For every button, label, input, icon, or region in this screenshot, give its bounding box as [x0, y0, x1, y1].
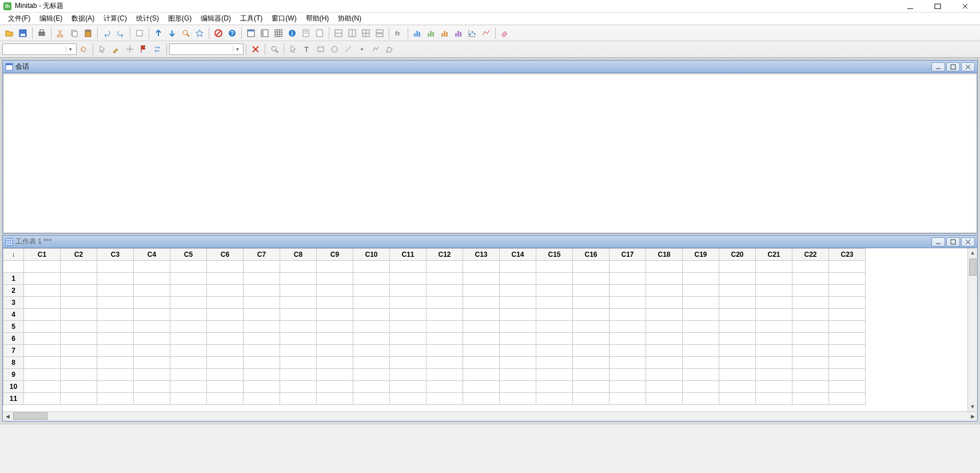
column-name-cell[interactable]	[317, 261, 353, 273]
column-name-cell[interactable]	[829, 261, 866, 273]
combo-1[interactable]: ▾	[2, 43, 77, 55]
column-header[interactable]: C17	[609, 249, 646, 261]
data-cell[interactable]	[24, 393, 61, 405]
data-cell[interactable]	[170, 357, 207, 369]
data-cell[interactable]	[646, 309, 683, 321]
data-cell[interactable]	[646, 357, 683, 369]
data-cell[interactable]	[317, 309, 353, 321]
data-cell[interactable]	[207, 285, 244, 297]
project-manager-icon[interactable]	[258, 27, 271, 39]
data-cell[interactable]	[207, 297, 244, 309]
swap-icon[interactable]	[151, 43, 164, 55]
open-icon[interactable]	[3, 27, 15, 39]
row-header[interactable]: 2	[3, 285, 24, 297]
data-cell[interactable]	[61, 273, 97, 285]
menu-data[interactable]: 数据(A)	[67, 13, 99, 25]
column-name-cell[interactable]	[170, 261, 207, 273]
data-cell[interactable]	[829, 369, 866, 381]
reportpad-icon[interactable]	[313, 27, 326, 39]
data-cell[interactable]	[427, 393, 463, 405]
menu-window[interactable]: 窗口(W)	[267, 13, 301, 25]
data-cell[interactable]	[536, 285, 573, 297]
data-cell[interactable]	[390, 273, 427, 285]
data-cell[interactable]	[500, 381, 536, 393]
data-cell[interactable]	[500, 357, 536, 369]
column-header[interactable]: C4	[134, 249, 170, 261]
arrow-down-icon[interactable]	[166, 27, 178, 39]
data-cell[interactable]	[792, 321, 829, 333]
data-cell[interactable]	[24, 357, 61, 369]
fx-icon[interactable]: fx	[392, 27, 405, 39]
worksheet-window-icon[interactable]	[272, 27, 285, 39]
data-cell[interactable]	[536, 273, 573, 285]
data-cell[interactable]	[463, 297, 500, 309]
data-cell[interactable]	[683, 393, 719, 405]
column-header[interactable]: C22	[792, 249, 829, 261]
chart-1-icon[interactable]	[411, 27, 424, 39]
chart-3-icon[interactable]	[439, 27, 451, 39]
data-cell[interactable]	[244, 381, 280, 393]
data-cell[interactable]	[317, 285, 353, 297]
data-cell[interactable]	[609, 381, 646, 393]
data-cell[interactable]	[500, 309, 536, 321]
data-cell[interactable]	[683, 333, 719, 345]
data-cell[interactable]	[427, 321, 463, 333]
data-cell[interactable]	[609, 345, 646, 357]
data-cell[interactable]	[500, 321, 536, 333]
delete-x-icon[interactable]	[249, 43, 262, 55]
data-cell[interactable]	[609, 393, 646, 405]
combo-1-input[interactable]	[3, 44, 66, 54]
data-cell[interactable]	[390, 381, 427, 393]
data-cell[interactable]	[646, 285, 683, 297]
column-header[interactable]: C6	[207, 249, 244, 261]
data-cell[interactable]	[756, 309, 792, 321]
menu-help[interactable]: 帮助(H)	[301, 13, 334, 25]
data-cell[interactable]	[97, 345, 134, 357]
data-cell[interactable]	[536, 309, 573, 321]
data-cell[interactable]	[170, 333, 207, 345]
data-cell[interactable]	[573, 297, 609, 309]
data-cell[interactable]	[427, 345, 463, 357]
vscroll-thumb[interactable]	[969, 259, 977, 276]
data-cell[interactable]	[609, 321, 646, 333]
data-cell[interactable]	[170, 321, 207, 333]
data-cell[interactable]	[609, 297, 646, 309]
data-cell[interactable]	[24, 333, 61, 345]
text-tool-icon[interactable]: T	[301, 43, 313, 55]
data-cell[interactable]	[170, 381, 207, 393]
data-cell[interactable]	[536, 381, 573, 393]
data-cell[interactable]	[500, 285, 536, 297]
data-cell[interactable]	[829, 297, 866, 309]
row-header[interactable]: 6	[3, 333, 24, 345]
polygon-tool-icon[interactable]	[383, 43, 396, 55]
data-cell[interactable]	[427, 381, 463, 393]
close-button[interactable]	[959, 1, 971, 12]
data-cell[interactable]	[719, 393, 756, 405]
data-cell[interactable]	[536, 321, 573, 333]
layout-2-icon[interactable]	[346, 27, 358, 39]
combo-2[interactable]: ▾	[169, 43, 244, 55]
data-cell[interactable]	[280, 297, 317, 309]
column-name-cell[interactable]	[792, 261, 829, 273]
data-cell[interactable]	[792, 333, 829, 345]
maximize-button[interactable]	[932, 1, 943, 12]
data-cell[interactable]	[829, 381, 866, 393]
session-maximize-button[interactable]	[946, 62, 960, 71]
column-header[interactable]: C7	[244, 249, 280, 261]
data-cell[interactable]	[134, 309, 170, 321]
data-cell[interactable]	[207, 393, 244, 405]
copy-icon[interactable]	[68, 27, 81, 39]
data-cell[interactable]	[573, 321, 609, 333]
save-icon[interactable]	[17, 27, 29, 39]
data-cell[interactable]	[390, 297, 427, 309]
hscroll-thumb[interactable]	[13, 412, 47, 420]
column-header[interactable]: C1	[24, 249, 61, 261]
column-name-cell[interactable]	[609, 261, 646, 273]
data-cell[interactable]	[463, 369, 500, 381]
data-cell[interactable]	[134, 393, 170, 405]
worksheet-maximize-button[interactable]	[946, 237, 960, 247]
print-icon[interactable]	[35, 27, 48, 39]
column-header[interactable]: C11	[390, 249, 427, 261]
new-sheet-icon[interactable]	[133, 27, 146, 39]
data-cell[interactable]	[353, 345, 390, 357]
